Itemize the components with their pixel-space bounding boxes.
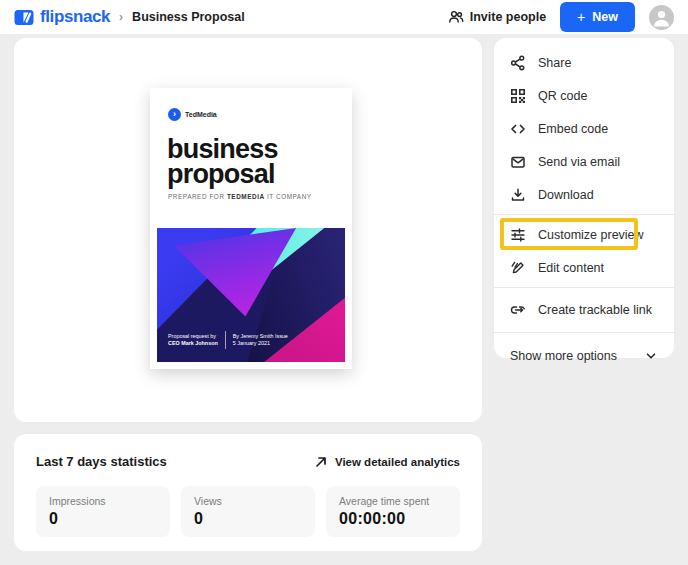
invite-people-button[interactable]: Invite people xyxy=(448,9,546,25)
share-icon xyxy=(510,55,526,71)
qr-code-icon xyxy=(510,88,526,104)
user-avatar[interactable] xyxy=(649,5,674,30)
menu-item-embed-code[interactable]: Embed code xyxy=(494,112,674,145)
cover-footer: Proposal request by CEO Mark Johnson By … xyxy=(168,331,288,349)
new-button-label: New xyxy=(592,10,618,24)
trackable-link-icon xyxy=(510,302,526,318)
cover-footer-right: By Jeremy Smith Issue 5 January 2021 xyxy=(233,333,288,347)
download-icon xyxy=(510,187,526,203)
menu-divider xyxy=(494,287,674,288)
stat-card-views: Views 0 xyxy=(181,486,315,537)
breadcrumb: Business Proposal xyxy=(132,10,245,24)
cover-title: business proposal xyxy=(167,137,278,187)
invite-people-label: Invite people xyxy=(470,10,546,24)
plus-icon: + xyxy=(577,12,585,22)
stats-title: Last 7 days statistics xyxy=(36,454,167,469)
sliders-icon xyxy=(510,227,526,243)
embed-code-icon xyxy=(510,121,526,137)
menu-item-send-email[interactable]: Send via email xyxy=(494,145,674,178)
menu-item-trackable-link[interactable]: Create trackable link xyxy=(494,291,674,329)
chevron-down-icon xyxy=(644,349,658,363)
arrow-up-right-icon xyxy=(314,455,328,469)
avatar-person-icon xyxy=(649,5,674,30)
footer-divider xyxy=(225,331,226,349)
cover-artwork: Proposal request by CEO Mark Johnson By … xyxy=(157,228,345,362)
people-icon xyxy=(448,9,464,25)
menu-item-edit-content[interactable]: Edit content xyxy=(494,251,674,284)
cover-subtitle: PREPARED FOR TEDMEDIA IT COMPANY xyxy=(168,193,312,200)
breadcrumb-chevron: › xyxy=(119,10,123,24)
email-icon xyxy=(510,154,526,170)
menu-item-share[interactable]: Share xyxy=(494,46,674,79)
flipsnack-logo-icon xyxy=(14,9,35,26)
menu-item-customize-preview[interactable]: Customize preview xyxy=(494,218,674,251)
statistics-panel: Last 7 days statistics View detailed ana… xyxy=(14,434,482,551)
flipsnack-logo[interactable]: flipsnack xyxy=(14,7,110,27)
edit-pen-icon xyxy=(510,260,526,276)
menu-item-download[interactable]: Download xyxy=(494,178,674,211)
flipbook-cover[interactable]: › TedMedia business proposal PREPARED FO… xyxy=(150,88,352,369)
menu-divider xyxy=(494,332,674,333)
menu-item-qr-code[interactable]: QR code xyxy=(494,79,674,112)
cover-page: › TedMedia business proposal PREPARED FO… xyxy=(157,95,345,362)
menu-divider xyxy=(494,214,674,215)
tedmedia-logo-icon: › xyxy=(168,108,181,121)
tedmedia-logo: › TedMedia xyxy=(168,108,217,121)
actions-sidebar: Share QR code Embed code xyxy=(494,38,674,358)
stat-card-average-time: Average time spent 00:00:00 xyxy=(326,486,460,537)
cover-footer-left: Proposal request by CEO Mark Johnson xyxy=(168,333,218,347)
view-analytics-link[interactable]: View detailed analytics xyxy=(314,455,460,469)
top-header: flipsnack › Business Proposal Invite peo… xyxy=(0,0,688,34)
new-button[interactable]: + New xyxy=(560,2,635,32)
preview-panel: › TedMedia business proposal PREPARED FO… xyxy=(14,38,482,422)
stat-card-impressions: Impressions 0 xyxy=(36,486,170,537)
logo-wordmark: flipsnack xyxy=(40,7,110,27)
show-more-options[interactable]: Show more options xyxy=(494,336,674,376)
